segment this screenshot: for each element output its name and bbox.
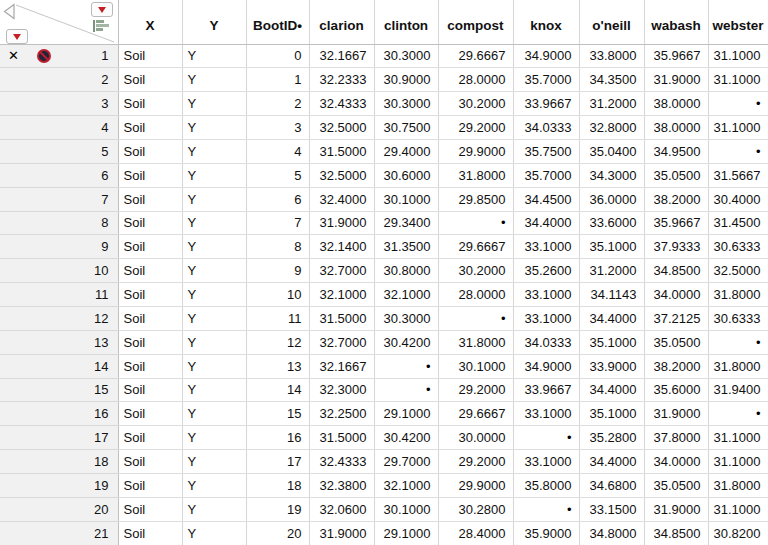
cell-wabash[interactable]: 37.9333 <box>644 235 708 259</box>
cell-wabash[interactable]: 37.8000 <box>644 426 708 450</box>
cell-clinton[interactable]: 32.1000 <box>374 473 438 497</box>
cell-knox[interactable]: 33.1000 <box>513 306 579 330</box>
cell-webster[interactable]: 31.8000 <box>708 283 768 307</box>
cell-x[interactable]: Soil <box>118 330 182 354</box>
cell-webster[interactable]: • <box>708 330 768 354</box>
cell-clinton[interactable]: 29.4000 <box>374 139 438 163</box>
cell-y[interactable]: Y <box>182 450 246 474</box>
cell-bootid[interactable]: 17 <box>246 450 309 474</box>
cell-oneill[interactable]: 35.0400 <box>579 139 644 163</box>
cell-knox[interactable]: 33.1000 <box>513 450 579 474</box>
cell-clinton[interactable]: 30.3000 <box>374 44 438 68</box>
cell-bootid[interactable]: 6 <box>246 187 309 211</box>
cell-y[interactable]: Y <box>182 473 246 497</box>
cell-clarion[interactable]: 32.1400 <box>309 235 374 259</box>
column-header-webster[interactable]: webster <box>708 0 768 44</box>
cell-clarion[interactable]: 32.1000 <box>309 283 374 307</box>
cell-knox[interactable]: 33.9667 <box>513 378 579 402</box>
cell-knox[interactable]: 35.7000 <box>513 68 579 92</box>
cell-wabash[interactable]: 31.9000 <box>644 68 708 92</box>
cell-x[interactable]: Soil <box>118 402 182 426</box>
cell-y[interactable]: Y <box>182 426 246 450</box>
cell-bootid[interactable]: 7 <box>246 211 309 235</box>
row-number[interactable]: 17 <box>0 426 118 450</box>
cell-webster[interactable]: 32.5000 <box>708 259 768 283</box>
row-number[interactable]: 10 <box>0 259 118 283</box>
cell-oneill[interactable]: 31.2000 <box>579 259 644 283</box>
cell-compost[interactable]: 29.6667 <box>438 402 513 426</box>
cell-y[interactable]: Y <box>182 402 246 426</box>
cell-oneill[interactable]: 33.9000 <box>579 354 644 378</box>
cell-clarion[interactable]: 32.4000 <box>309 187 374 211</box>
cell-wabash[interactable]: 37.2125 <box>644 306 708 330</box>
cell-x[interactable]: Soil <box>118 235 182 259</box>
cell-oneill[interactable]: 36.0000 <box>579 187 644 211</box>
cell-y[interactable]: Y <box>182 330 246 354</box>
cell-bootid[interactable]: 8 <box>246 235 309 259</box>
cell-compost[interactable]: 30.0000 <box>438 426 513 450</box>
row-number[interactable]: 7 <box>0 187 118 211</box>
cell-x[interactable]: Soil <box>118 426 182 450</box>
cell-webster[interactable]: 31.1000 <box>708 426 768 450</box>
cell-clinton[interactable]: 30.3000 <box>374 92 438 116</box>
cell-compost[interactable]: • <box>438 306 513 330</box>
cell-wabash[interactable]: 31.9000 <box>644 497 708 521</box>
cell-webster[interactable]: 31.1000 <box>708 44 768 68</box>
cell-wabash[interactable]: 38.0000 <box>644 116 708 140</box>
cell-y[interactable]: Y <box>182 139 246 163</box>
cell-x[interactable]: Soil <box>118 92 182 116</box>
cell-compost[interactable]: 29.2000 <box>438 378 513 402</box>
cell-webster[interactable]: 31.5667 <box>708 163 768 187</box>
cell-compost[interactable]: 29.6667 <box>438 44 513 68</box>
cell-knox[interactable]: 34.0333 <box>513 330 579 354</box>
cell-bootid[interactable]: 0 <box>246 44 309 68</box>
cell-y[interactable]: Y <box>182 259 246 283</box>
cell-wabash[interactable]: 34.9500 <box>644 139 708 163</box>
row-number[interactable]: 12 <box>0 306 118 330</box>
cell-x[interactable]: Soil <box>118 187 182 211</box>
row-number[interactable]: 16 <box>0 402 118 426</box>
cell-y[interactable]: Y <box>182 283 246 307</box>
cell-x[interactable]: Soil <box>118 68 182 92</box>
column-header-clarion[interactable]: clarion <box>309 0 374 44</box>
cell-oneill[interactable]: 35.1000 <box>579 402 644 426</box>
cell-compost[interactable]: 28.0000 <box>438 68 513 92</box>
cell-knox[interactable]: • <box>513 497 579 521</box>
cell-compost[interactable]: 30.2800 <box>438 497 513 521</box>
cell-webster[interactable]: 31.9400 <box>708 378 768 402</box>
cell-bootid[interactable]: 16 <box>246 426 309 450</box>
columns-red-triangle-menu[interactable] <box>91 2 113 17</box>
cell-webster[interactable]: 30.6333 <box>708 235 768 259</box>
cell-oneill[interactable]: 34.4000 <box>579 306 644 330</box>
cell-bootid[interactable]: 2 <box>246 92 309 116</box>
cell-x[interactable]: Soil <box>118 211 182 235</box>
cell-oneill[interactable]: 34.4000 <box>579 378 644 402</box>
cell-clinton[interactable]: 32.1000 <box>374 283 438 307</box>
panel-collapse-icon[interactable] <box>3 3 16 20</box>
cell-bootid[interactable]: 18 <box>246 473 309 497</box>
row-number[interactable]: 15 <box>0 378 118 402</box>
cell-webster[interactable]: 31.1000 <box>708 68 768 92</box>
cell-compost[interactable]: 29.9000 <box>438 139 513 163</box>
cell-wabash[interactable]: 34.0000 <box>644 450 708 474</box>
cell-clarion[interactable]: 31.9000 <box>309 211 374 235</box>
row-number[interactable]: 1✕ <box>0 44 118 68</box>
cell-wabash[interactable]: 31.9000 <box>644 402 708 426</box>
cell-knox[interactable]: 35.7000 <box>513 163 579 187</box>
cell-bootid[interactable]: 11 <box>246 306 309 330</box>
cell-y[interactable]: Y <box>182 116 246 140</box>
cell-x[interactable]: Soil <box>118 283 182 307</box>
cell-oneill[interactable]: 34.1143 <box>579 283 644 307</box>
cell-compost[interactable]: 31.8000 <box>438 163 513 187</box>
cell-clarion[interactable]: 32.7000 <box>309 259 374 283</box>
cell-clarion[interactable]: 32.4333 <box>309 450 374 474</box>
cell-compost[interactable]: 30.1000 <box>438 354 513 378</box>
cell-knox[interactable]: 34.0333 <box>513 116 579 140</box>
column-header-knox[interactable]: knox <box>513 0 579 44</box>
column-header-compost[interactable]: compost <box>438 0 513 44</box>
cell-clinton[interactable]: • <box>374 378 438 402</box>
cell-y[interactable]: Y <box>182 211 246 235</box>
cell-bootid[interactable]: 10 <box>246 283 309 307</box>
cell-clarion[interactable]: 31.5000 <box>309 139 374 163</box>
cell-clinton[interactable]: 31.3500 <box>374 235 438 259</box>
